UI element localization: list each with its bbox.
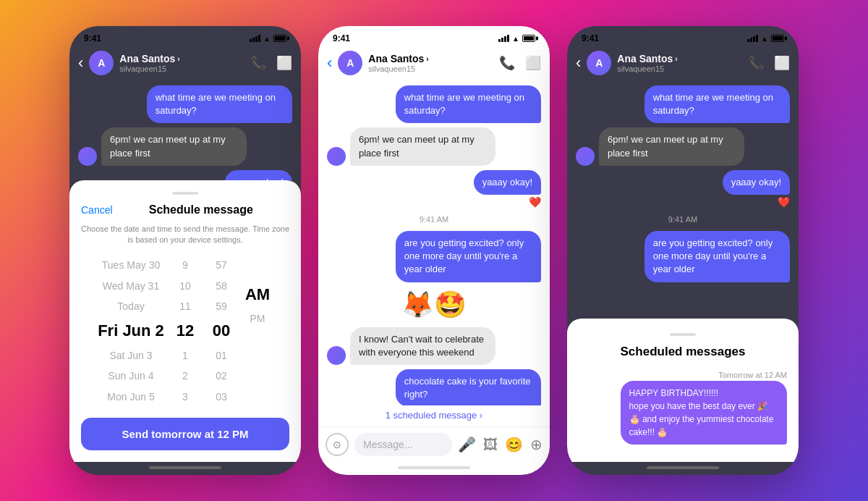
header-actions-3: 📞 ⬜ <box>748 55 790 71</box>
msg-row-received-3: I know! Can't wait to celebrate with eve… <box>327 327 541 365</box>
bubble-sent-8: what time are we meeting on saturday? <box>644 85 790 123</box>
messages-1: what time are we meeting on saturday? 6p… <box>69 80 301 180</box>
heart-reaction-2: ❤️ <box>327 196 541 208</box>
emoji-message: 🦊🤩 <box>327 287 541 323</box>
min-item-2[interactable]: 59 <box>216 296 227 317</box>
ampm-item-3[interactable]: AM <box>245 281 270 308</box>
hour-item-2[interactable]: 11 <box>179 296 191 317</box>
battery-icon-1 <box>273 35 286 42</box>
bubble-received-5: 6pm! we can meet up at my place first <box>599 127 744 165</box>
bubble-sent-4: what time are we meeting on saturday? <box>396 85 541 123</box>
min-item-0[interactable]: 57 <box>216 255 227 276</box>
phone-3: 9:41 ▲ ‹ A Ana Santos › silvaqueen15 📞 ⬜… <box>567 26 799 475</box>
hour-item-6[interactable]: 3 <box>182 387 188 408</box>
schedule-sheet: Cancel Schedule message Choose the date … <box>69 180 301 462</box>
video-icon-1[interactable]: ⬜ <box>276 55 292 71</box>
hour-item-1[interactable]: 10 <box>179 276 191 297</box>
time-1: 9:41 <box>84 33 101 43</box>
wifi-icon-1: ▲ <box>263 35 271 43</box>
image-icon[interactable]: 🖼 <box>483 437 498 453</box>
video-icon-2[interactable]: ⬜ <box>525 55 541 71</box>
minute-col[interactable]: 57 58 59 00 01 02 03 <box>203 255 239 408</box>
status-bar-2: 9:41 ▲ <box>318 26 550 46</box>
ampm-item-4[interactable]: PM <box>250 308 265 329</box>
scheduled-panel: Scheduled messages Tomorrow at 12 AM HAP… <box>567 319 799 462</box>
home-bar-3 <box>647 466 719 469</box>
video-icon-3[interactable]: ⬜ <box>774 55 790 71</box>
hour-item-0[interactable]: 9 <box>182 255 188 276</box>
hour-item-3[interactable]: 12 <box>176 317 194 345</box>
msg-row-received-1: 6pm! we can meet up at my place first <box>78 127 292 165</box>
hour-item-5[interactable]: 2 <box>182 366 188 387</box>
header-info-2: Ana Santos › silvaqueen15 <box>368 53 493 73</box>
back-button-1[interactable]: ‹ <box>78 54 83 72</box>
msg-avatar-2 <box>327 147 346 166</box>
avatar-1: A <box>89 51 114 75</box>
bubble-sent-9: yaaay okay! <box>723 170 790 195</box>
chevron-icon-2: › <box>426 55 428 63</box>
send-scheduled-button[interactable]: Send tomorrow at 12 PM <box>81 418 289 450</box>
status-icons-2: ▲ <box>498 35 535 43</box>
status-bar-3: 9:41 ▲ <box>567 26 799 46</box>
header-actions-2: 📞 ⬜ <box>499 55 541 71</box>
msg-row-sent-2: yaaay okay! <box>78 170 292 180</box>
scheduled-time-label: Tomorrow at 12 AM <box>579 371 787 379</box>
input-actions: 🎤 🖼 😊 ⊕ <box>458 436 542 453</box>
signal-icon-1 <box>250 35 260 42</box>
bubble-sent-7: chocolate cake is your favorite right? <box>396 369 541 405</box>
back-button-2[interactable]: ‹ <box>327 54 332 72</box>
signal-icon-2 <box>498 35 509 42</box>
time-2: 9:41 <box>333 33 350 43</box>
status-bar-1: 9:41 ▲ <box>69 26 301 46</box>
chat-header-2: ‹ A Ana Santos › silvaqueen15 📞 ⬜ <box>318 46 550 80</box>
min-item-1[interactable]: 58 <box>216 276 227 297</box>
date-col[interactable]: Tues May 30 Wed May 31 Today Fri Jun 2 S… <box>95 255 167 408</box>
msg-row-sent-7: chocolate cake is your favorite right? <box>327 369 541 405</box>
msg-avatar-1 <box>78 147 97 166</box>
bubble-sent-5: yaaay okay! <box>474 170 541 195</box>
header-actions-1: 📞 ⬜ <box>250 55 292 71</box>
hour-item-4[interactable]: 1 <box>182 345 188 366</box>
emoji-icon[interactable]: 😊 <box>505 436 523 453</box>
min-item-3[interactable]: 00 <box>213 317 230 345</box>
date-item-1[interactable]: Wed May 31 <box>103 276 159 297</box>
msg-row-sent-5: yaaay okay! <box>327 170 541 195</box>
msg-row-sent-4: what time are we meeting on saturday? <box>327 85 541 123</box>
message-input[interactable]: Message... <box>354 433 452 456</box>
mic-icon[interactable]: 🎤 <box>458 436 476 453</box>
date-time-picker[interactable]: Tues May 30 Wed May 31 Today Fri Jun 2 S… <box>81 255 289 408</box>
min-item-6[interactable]: 03 <box>216 387 227 408</box>
call-icon-2[interactable]: 📞 <box>499 55 515 71</box>
header-info-3: Ana Santos › silvaqueen15 <box>617 53 742 73</box>
scheduled-link[interactable]: 1 scheduled message › <box>318 405 550 426</box>
msg-row-received-5: 6pm! we can meet up at my place first <box>576 127 790 165</box>
sheet-description: Choose the date and time to send the mes… <box>81 224 289 246</box>
date-item-2[interactable]: Today <box>117 296 144 317</box>
cancel-button[interactable]: Cancel <box>81 204 113 216</box>
phone-2: 9:41 ▲ ‹ A Ana Santos › silvaqueen15 📞 ⬜… <box>318 26 550 475</box>
hour-col[interactable]: 9 10 11 12 1 2 3 <box>167 255 203 408</box>
back-button-3[interactable]: ‹ <box>576 54 581 72</box>
plus-icon[interactable]: ⊕ <box>530 436 542 453</box>
call-icon-1[interactable]: 📞 <box>250 55 266 71</box>
msg-row-sent-6: are you getting excited? only one more d… <box>327 231 541 282</box>
wifi-icon-2: ▲ <box>512 35 519 43</box>
min-item-5[interactable]: 02 <box>216 366 227 387</box>
date-item-0[interactable]: Tues May 30 <box>102 255 160 276</box>
chevron-icon-1: › <box>177 55 179 63</box>
home-bar-2 <box>398 466 470 469</box>
timestamp-2: 9:41 AM <box>327 215 541 224</box>
input-bar: ⊙ Message... 🎤 🖼 😊 ⊕ <box>318 426 550 462</box>
date-item-3[interactable]: Fri Jun 2 <box>98 317 164 345</box>
timestamp-3: 9:41 AM <box>576 215 790 224</box>
date-item-5[interactable]: Sun Jun 4 <box>108 366 153 387</box>
time-3: 9:41 <box>582 33 599 43</box>
chat-header-3: ‹ A Ana Santos › silvaqueen15 📞 ⬜ <box>567 46 799 80</box>
min-item-4[interactable]: 01 <box>216 345 227 366</box>
ampm-col[interactable]: AM PM <box>239 255 276 408</box>
date-item-6[interactable]: Mon Jun 5 <box>107 387 154 408</box>
username-1: silvaqueen15 <box>119 64 244 73</box>
camera-button[interactable]: ⊙ <box>326 433 349 456</box>
call-icon-3[interactable]: 📞 <box>748 55 764 71</box>
date-item-4[interactable]: Sat Jun 3 <box>109 345 152 366</box>
